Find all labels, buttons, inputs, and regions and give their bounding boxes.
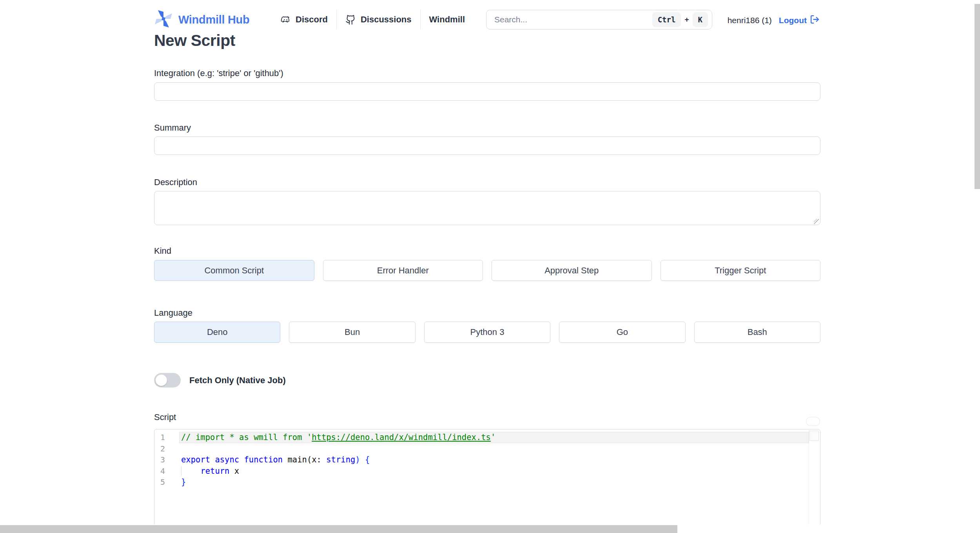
search-input[interactable] [494,15,652,24]
summary-label: Summary [154,123,191,133]
discord-icon [280,15,291,25]
indent-guide [181,466,181,476]
language-option-bash[interactable]: Bash [694,322,820,343]
kind-option-approval-step[interactable]: Approval Step [492,260,652,281]
user-area: henri186 (1) Logout [728,15,820,26]
code-token: ' [491,433,495,442]
language-option-deno[interactable]: Deno [154,322,280,343]
line-number: 5 [154,477,179,488]
page-title: New Script [154,31,235,50]
code-token: } [181,477,186,487]
horizontal-scrollbar-thumb[interactable] [0,525,677,533]
line-number: 3 [154,454,179,466]
description-label: Description [154,177,197,187]
code-token [181,466,200,476]
brand-title: Windmill Hub [178,13,249,26]
nav-item-discussions[interactable]: Discussions [337,10,420,29]
kind-option-error-handler[interactable]: Error Handler [323,260,483,281]
minimap [809,431,819,441]
nav-item-discord[interactable]: Discord [272,10,336,29]
fetch-only-row: Fetch Only (Native Job) [154,373,286,387]
editor-gutter: 1 2 3 4 5 [154,432,179,488]
code-token: string [326,455,355,464]
kbd-plus: + [684,15,689,24]
toggle-knob [156,375,167,386]
language-options-row: Deno Bun Python 3 Go Bash [154,322,820,343]
script-label: Script [154,412,176,422]
code-link[interactable]: https://deno.land/x/windmill/index.ts [312,433,491,442]
integration-label: Integration (e.g: 'stripe' or 'github') [154,68,283,78]
kind-option-trigger-script[interactable]: Trigger Script [661,260,821,281]
line-number: 2 [154,443,179,455]
editor-code-area[interactable]: // import * as wmill from 'https://deno.… [179,432,809,488]
nav-item-windmill[interactable]: Windmill [421,10,474,29]
nav-item-label: Discussions [361,15,412,25]
code-editor[interactable]: 1 2 3 4 5 // import * as wmill from 'htt… [154,429,820,533]
integration-input[interactable] [154,82,820,101]
fetch-only-toggle[interactable] [154,373,181,387]
code-token: main [288,455,307,464]
search-bar: Ctrl + K [486,10,712,29]
code-token: export async function [181,455,288,464]
vertical-scrollbar-thumb[interactable] [975,4,980,189]
description-textarea[interactable] [154,191,820,225]
code-line [179,443,809,455]
username-label: henri186 (1) [728,16,772,25]
code-line: } [179,477,809,488]
code-token: // import * as wmill from ' [181,433,312,442]
github-icon [345,15,356,25]
kind-option-common-script[interactable]: Common Script [154,260,314,281]
fetch-only-label: Fetch Only (Native Job) [189,375,286,386]
logout-button[interactable]: Logout [779,15,820,26]
minimap-divider [809,429,809,533]
kind-options-row: Common Script Error Handler Approval Ste… [154,260,820,281]
header-nav: Discord Discussions Windmill [272,10,474,29]
logout-icon [810,15,820,26]
nav-item-label: Windmill [429,15,465,25]
code-token: x [229,466,239,476]
kbd-k: K [693,12,708,27]
brand-logo[interactable]: Windmill Hub [154,9,249,30]
code-token: (x: [307,455,326,464]
code-line: export async function main(x: string) { [179,454,809,466]
windmill-logo-icon [154,9,173,30]
line-number: 4 [154,466,179,477]
language-option-go[interactable]: Go [559,322,685,343]
vertical-scrollbar [975,0,980,533]
language-label: Language [154,308,192,318]
kind-label: Kind [154,246,171,256]
code-line: // import * as wmill from 'https://deno.… [179,432,809,443]
logout-label: Logout [779,16,807,25]
code-token: { [365,455,370,464]
editor-pill-button[interactable] [806,417,820,426]
kbd-ctrl: Ctrl [652,12,681,27]
nav-item-label: Discord [296,15,328,25]
code-token: return [200,466,229,476]
line-number: 1 [154,432,179,443]
code-token: ) [355,455,365,464]
page-content: Windmill Hub Discord Discussions [154,0,820,533]
language-option-python3[interactable]: Python 3 [424,322,550,343]
language-option-bun[interactable]: Bun [289,322,415,343]
resize-handle-icon[interactable] [814,219,819,224]
summary-input[interactable] [154,136,820,155]
code-line: return x [179,466,809,477]
horizontal-scrollbar [0,524,980,533]
